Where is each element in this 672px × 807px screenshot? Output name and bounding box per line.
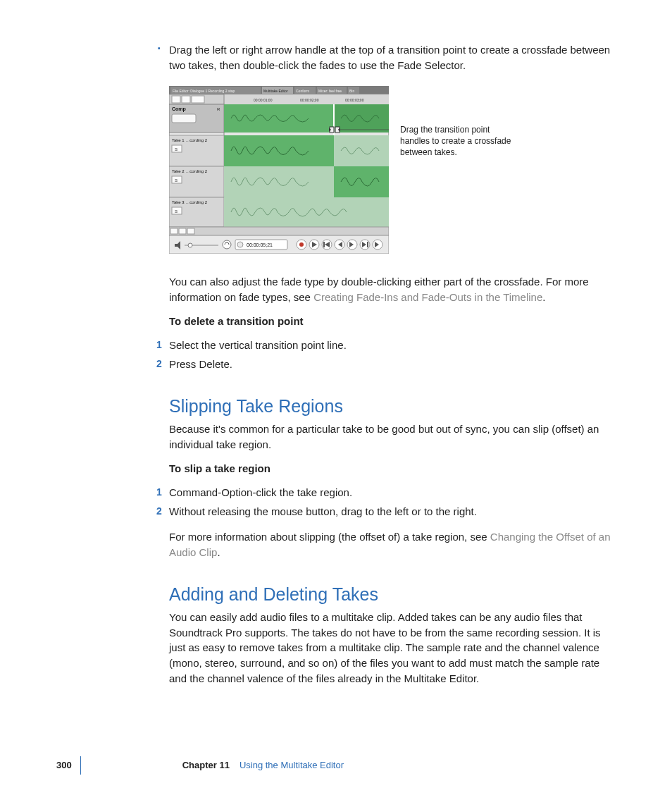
svg-rect-37 bbox=[187, 228, 194, 234]
svg-rect-35 bbox=[170, 228, 178, 234]
step-slip-2: 2Without releasing the mouse button, dra… bbox=[169, 504, 620, 519]
svg-point-41 bbox=[223, 240, 231, 249]
take3-s: S bbox=[175, 209, 178, 214]
svg-rect-24 bbox=[334, 135, 389, 166]
chapter-title: Using the Multitake Editor bbox=[239, 759, 344, 772]
svg-rect-23 bbox=[224, 135, 334, 166]
step-slip-1: 1Command-Option-click the take region. bbox=[169, 485, 620, 500]
para-fade-adjust: You can also adjust the fade type by dou… bbox=[169, 274, 620, 305]
step-slip-2-text: Without releasing the mouse button, drag… bbox=[169, 505, 477, 517]
tab-bin: Bin bbox=[349, 89, 354, 93]
link-fade-types[interactable]: Creating Fade-Ins and Fade-Outs in the T… bbox=[313, 291, 542, 303]
file-title: File Editor: Dialogue 1 Recording 2.stap bbox=[173, 89, 235, 93]
page-number: 300 bbox=[56, 759, 72, 772]
step-delete-2: 2Press Delete. bbox=[169, 357, 620, 372]
svg-rect-34 bbox=[169, 227, 389, 235]
step-delete-1: 1Select the vertical transition point li… bbox=[169, 338, 620, 353]
step-num-1b: 1 bbox=[156, 485, 162, 499]
page-footer: 300 Chapter 11 Using the Multitake Edito… bbox=[56, 756, 623, 775]
heading-delete-transition: To delete a transition point bbox=[169, 314, 620, 329]
comp-r: R bbox=[217, 107, 220, 111]
take2-s: S bbox=[175, 178, 178, 183]
svg-point-40 bbox=[188, 243, 192, 247]
take3-label: Take 3 …cording 2 bbox=[172, 200, 208, 204]
footer-divider bbox=[80, 756, 81, 775]
multitake-editor-screenshot: File Editor: Dialogue 1 Recording 2.stap… bbox=[169, 86, 389, 258]
svg-rect-48 bbox=[323, 242, 325, 247]
figure-callout: Drag the transition point handles to cre… bbox=[400, 124, 520, 159]
step-slip-1-text: Command-Option-click the take region. bbox=[169, 486, 352, 498]
step-num-2: 2 bbox=[156, 357, 162, 371]
take2-label: Take 2 …cording 2 bbox=[172, 169, 208, 173]
take1-label: Take 1 …cording 2 bbox=[172, 138, 208, 142]
tab-conform: Conform bbox=[296, 89, 309, 93]
tc1: 00:00:01;00 bbox=[254, 98, 273, 102]
section-adding: Adding and Deleting Takes bbox=[169, 581, 620, 607]
bullet-crossfade: Drag the left or right arrow handle at t… bbox=[169, 42, 620, 73]
svg-rect-8 bbox=[172, 96, 180, 103]
chapter-label: Chapter 11 bbox=[182, 759, 230, 772]
svg-rect-52 bbox=[367, 242, 368, 247]
step-num-1: 1 bbox=[156, 338, 162, 352]
para-fade-adjust-b: . bbox=[542, 291, 545, 303]
heading-slip: To slip a take region bbox=[169, 461, 620, 476]
transport-time: 00:00:05;21 bbox=[247, 242, 273, 247]
svg-rect-10 bbox=[192, 96, 204, 103]
svg-rect-16 bbox=[224, 104, 334, 133]
svg-point-45 bbox=[299, 242, 304, 247]
svg-rect-28 bbox=[334, 166, 389, 197]
tab-multitake: Multitake Editor bbox=[263, 89, 288, 93]
svg-rect-9 bbox=[182, 96, 190, 103]
para-slip-more: For more information about slipping (the… bbox=[169, 529, 620, 560]
svg-rect-29 bbox=[224, 166, 334, 197]
figure-row: File Editor: Dialogue 1 Recording 2.stap… bbox=[169, 86, 620, 258]
tc2: 00:00:02;00 bbox=[300, 98, 319, 102]
para-slip-more-a: For more information about slipping (the… bbox=[169, 531, 490, 543]
tc3: 00:00:03;00 bbox=[345, 98, 364, 102]
para-slip-intro: Because it's common for a particular tak… bbox=[169, 421, 620, 452]
comp-label: Comp bbox=[172, 106, 186, 112]
bullet-crossfade-text: Drag the left or right arrow handle at t… bbox=[169, 44, 610, 71]
svg-rect-36 bbox=[179, 228, 186, 234]
steps-slip: 1Command-Option-click the take region. 2… bbox=[169, 485, 620, 520]
take1-s: S bbox=[175, 147, 178, 152]
svg-rect-33 bbox=[224, 197, 389, 227]
svg-point-43 bbox=[237, 242, 243, 247]
section-slipping: Slipping Take Regions bbox=[169, 393, 620, 419]
steps-delete: 1Select the vertical transition point li… bbox=[169, 338, 620, 373]
svg-rect-14 bbox=[172, 114, 196, 123]
tab-mixer: Mixer: feel free bbox=[318, 89, 342, 93]
step-delete-1-text: Select the vertical transition point lin… bbox=[169, 339, 347, 351]
para-slip-more-b: . bbox=[217, 546, 220, 558]
step-delete-2-text: Press Delete. bbox=[169, 358, 232, 370]
step-num-2b: 2 bbox=[156, 504, 162, 518]
para-adding: You can easily add audio files to a mult… bbox=[169, 610, 620, 686]
